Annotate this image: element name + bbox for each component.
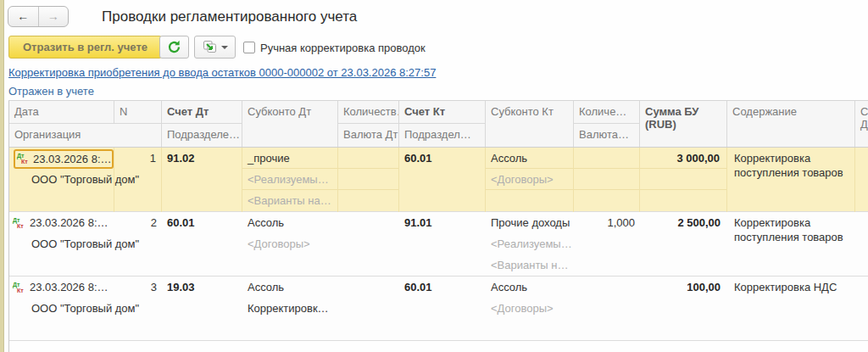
register-records-button[interactable] <box>194 36 236 59</box>
posting-date: 23.03.2026 8:… <box>30 277 108 298</box>
row-number-cell[interactable]: 2 <box>114 212 162 233</box>
subconto-kt-cell[interactable]: <Варианты н… <box>486 254 574 277</box>
qty-dt-cell[interactable] <box>338 212 399 233</box>
header-currency-dt: Валюта Дт <box>338 124 399 147</box>
subconto-kt-cell[interactable]: <Договоры> <box>486 298 574 319</box>
form-edge-decoration <box>0 0 4 352</box>
credit-account-cell[interactable]: 60.01 <box>399 277 486 298</box>
posting-date: 23.03.2026 8:… <box>30 212 108 233</box>
credit-account-cell[interactable]: 91.01 <box>399 212 486 233</box>
qty-kt-cell[interactable] <box>574 148 639 169</box>
table-row-1[interactable]: ДтКт23.03.2026 8:… ООО "Торговый дом" 1 … <box>9 148 868 212</box>
dt-kt-posting-icon: ДтКт <box>17 152 31 165</box>
back-button[interactable]: ← <box>8 7 39 26</box>
content-cell[interactable]: Корректировка поступления товаров <box>727 148 855 212</box>
content-cell[interactable]: Корректировка поступления товаров <box>727 212 855 277</box>
header-subconto-dt: Субконто Дт <box>242 101 338 147</box>
reflect-in-accounting-button[interactable]: Отразить в регл. учете <box>8 36 162 59</box>
debit-account-cell[interactable]: 91.02 <box>162 148 242 169</box>
header-subconto-kt: Субконто Кт <box>486 101 574 147</box>
organization-cell[interactable]: ООО "Торговый дом" <box>9 298 114 319</box>
subconto-dt-cell[interactable]: _прочие <box>242 148 337 169</box>
subconto-kt-cell[interactable]: <Договоры> <box>486 169 573 190</box>
sum-bu-cell[interactable]: 100,00 <box>640 277 727 298</box>
organization-cell[interactable]: ООО "Торговый дом" <box>9 169 114 190</box>
subconto-dt-cell[interactable]: Ассоль <box>242 277 338 298</box>
header-debit-account: Счет Дт <box>162 101 242 124</box>
header-department-dt: Подразделе… <box>162 124 242 147</box>
header-qty-dt: Количеств… <box>338 101 399 124</box>
subconto-dt-cell[interactable]: <Реализуемы… <box>242 169 337 190</box>
table-header: Дата N Организация Счет Дт Подразделе… С… <box>9 101 868 148</box>
sum-bu-cell[interactable]: 2 500,00 <box>640 212 727 233</box>
subconto-dt-cell[interactable]: <Договоры> <box>242 233 338 254</box>
credit-account-cell[interactable]: 60.01 <box>399 148 485 169</box>
page-title: Проводки регламентированного учета <box>102 8 357 25</box>
qty-dt-cell[interactable] <box>338 277 399 298</box>
forward-arrow-icon: → <box>47 9 59 23</box>
subconto-dt-cell[interactable]: Корректировк… <box>242 298 338 319</box>
refresh-button[interactable] <box>159 36 189 59</box>
forward-button[interactable]: → <box>39 7 69 26</box>
header-cut-column: С Д <box>855 101 868 147</box>
table-row-2[interactable]: ДтКт23.03.2026 8:… ООО "Торговый дом" 2 … <box>9 212 868 277</box>
qty-dt-cell[interactable] <box>338 148 398 169</box>
dt-kt-posting-icon: ДтКт <box>13 216 26 230</box>
current-cell-frame[interactable]: ДтКт23.03.2026 8:… <box>14 149 114 169</box>
content-cell[interactable]: Корректировка НДС <box>727 277 855 341</box>
row-number-cell[interactable]: 1 <box>114 148 161 169</box>
subconto-dt-cell[interactable]: Ассоль <box>242 212 338 233</box>
dt-kt-posting-icon: ДтКт <box>13 281 26 294</box>
subconto-kt-cell[interactable]: <Реализуемы… <box>486 233 574 254</box>
debit-account-cell[interactable]: 60.01 <box>162 212 242 233</box>
dropdown-caret-icon <box>221 46 228 49</box>
subconto-dt-cell[interactable]: <Варианты на… <box>242 190 337 212</box>
header-date: Дата <box>9 101 114 124</box>
row-number-cell[interactable]: 3 <box>114 277 162 298</box>
posting-date: 23.03.2026 8:… <box>33 148 112 170</box>
header-sum-bu: Сумма БУ (RUB) <box>640 101 727 147</box>
header-qty-kt: Количе… <box>574 101 640 124</box>
manual-adjustment-checkbox[interactable] <box>243 42 255 53</box>
subconto-kt-cell[interactable]: Ассоль <box>486 277 574 298</box>
postings-table: Дата N Организация Счет Дт Подразделе… С… <box>8 100 868 352</box>
header-currency-kt: Валюта… <box>574 124 640 147</box>
header-department-kt: Подраздел… <box>399 124 486 147</box>
sum-bu-cell[interactable]: 3 000,00 <box>640 148 726 169</box>
register-records-icon <box>203 40 218 54</box>
document-link[interactable]: Корректировка приобретения до ввода оста… <box>8 66 436 79</box>
qty-kt-cell[interactable] <box>574 277 640 298</box>
organization-cell[interactable]: ООО "Торговый дом" <box>9 233 114 254</box>
header-n: N <box>114 101 162 124</box>
subconto-kt-cell[interactable]: Ассоль <box>486 148 573 169</box>
table-row-3[interactable]: ДтКт23.03.2026 8:… ООО "Торговый дом" 3 … <box>9 277 868 341</box>
debit-account-cell[interactable]: 19.03 <box>162 277 242 298</box>
refresh-icon <box>166 39 182 55</box>
status-label: Отражен в учете <box>8 85 94 98</box>
subconto-kt-cell[interactable]: Прочие доходы <box>486 212 574 233</box>
header-content: Содержание <box>727 101 855 147</box>
qty-kt-cell[interactable]: 1,000 <box>574 212 640 233</box>
app-window: ← → Проводки регламентированного учета О… <box>0 0 868 352</box>
manual-adjustment-label[interactable]: Ручная корректировка проводок <box>260 42 426 54</box>
history-nav: ← → <box>8 6 69 27</box>
header-credit-account: Счет Кт <box>399 101 486 124</box>
back-arrow-icon: ← <box>17 9 29 23</box>
header-organization: Организация <box>9 124 162 147</box>
